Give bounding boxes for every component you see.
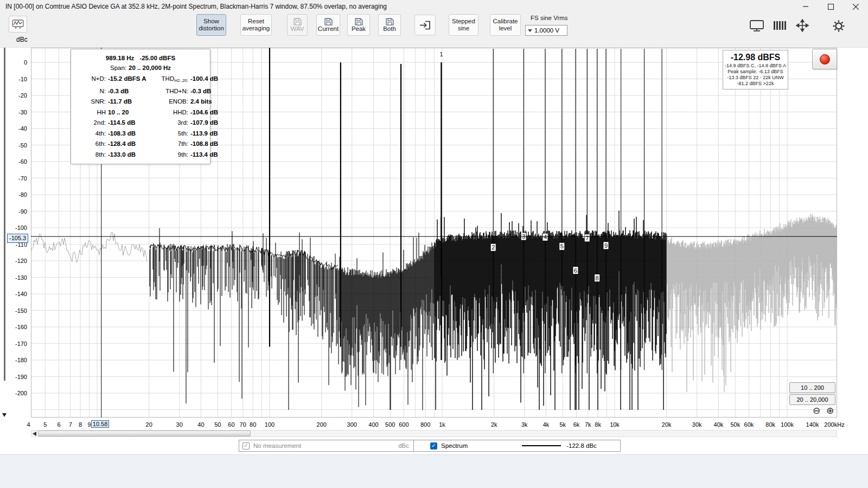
range-10-200-button[interactable]: 10 .. 200 [789, 382, 835, 393]
x-axis-tick-label: 8k [576, 421, 620, 428]
distortion-metric-label: 9th: [149, 150, 190, 160]
distortion-metric-label: ENOB: [149, 97, 190, 107]
monitor-view-button[interactable] [749, 18, 765, 33]
fs-sine-vrms-input[interactable]: 1.0000 V [525, 25, 567, 36]
y-axis-tick-label: -160 [8, 323, 27, 331]
y-axis-tick-label: -80 [8, 190, 27, 199]
show-distortion-button[interactable]: Show distortion [196, 14, 226, 36]
x-axis-tick-label: 80k [749, 421, 792, 428]
scroll-down-icon[interactable] [2, 413, 7, 417]
distortion-metric-label: 2nd: [75, 118, 108, 129]
close-icon [853, 4, 859, 10]
close-button[interactable] [843, 0, 868, 13]
x-axis-tick-label: 8 [59, 421, 102, 428]
settings-button[interactable] [831, 19, 846, 33]
fundamental-level: -25.00 dBFS [139, 55, 175, 61]
save-current-button[interactable]: Current [316, 14, 340, 36]
x-axis-tick-label: 140k [790, 421, 834, 428]
distortion-fundamental-row: 989.18 Hz-25.00 dBFS [71, 49, 210, 63]
maximize-button[interactable] [818, 0, 843, 13]
distortion-metric-value: -100.4 dB [190, 74, 218, 86]
scroll-left-icon[interactable] [33, 432, 36, 436]
x-axis-tick-label: 60 [209, 421, 253, 428]
distortion-metric-value: 2.4 bits [190, 97, 218, 107]
x-zoom-out-button[interactable]: ⊖ [813, 406, 820, 415]
save-peak-button[interactable]: Peak [347, 14, 370, 36]
record-button[interactable] [812, 49, 837, 69]
vertical-scrollbar[interactable] [4, 48, 5, 381]
distortion-metric-value: -108.8 dB [190, 139, 218, 150]
dropdown-arrow-icon [528, 29, 532, 32]
svg-text:6: 6 [574, 267, 577, 274]
distortion-metric-label: HHD: [149, 107, 190, 118]
level-detail-line: -13.3 dBFS 22 - 22k UNW [724, 75, 787, 81]
distortion-metric-label: N: [75, 86, 108, 97]
horizontal-scrollbar-thumb[interactable] [38, 431, 251, 436]
cursor-level-label: -105.3 [7, 234, 28, 243]
save-both-label: Both [383, 25, 396, 33]
save-wav-button[interactable]: WAV [287, 14, 308, 36]
legend-spectrum: ✓ Spectrum -122.8 dBc [414, 440, 620, 451]
y-axis-tick-label: -90 [8, 207, 27, 216]
legend-no-measurement: ✓ No measurement dBc [239, 440, 414, 451]
y-axis-tick-label: -170 [8, 339, 27, 348]
distortion-metric-label: 5th: [149, 129, 190, 139]
x-axis-tick-label: 1k [420, 421, 464, 428]
distortion-metric-label: 4th: [75, 129, 108, 139]
distortion-metric-value: -0.3 dB [108, 86, 149, 97]
columns-icon [773, 20, 787, 31]
distortion-metrics-grid: N+D:-15.2 dBFS ATHDH2..20:-100.4 dBN:-0.… [71, 73, 210, 164]
fs-sine-vrms-value: 1.0000 V [534, 27, 559, 34]
save-wav-label: WAV [291, 25, 304, 33]
audio-device-button[interactable] [9, 16, 27, 33]
svg-text:5: 5 [560, 243, 564, 249]
bands-view-button[interactable] [772, 20, 787, 31]
x-axis-tick-label: 400 [352, 421, 395, 428]
level-detail-line: Peak sample: -6.13 dBFS [724, 69, 787, 75]
save-peak-label: Peak [352, 25, 366, 33]
y-axis-tick-label: -70 [8, 174, 27, 183]
x-zoom-in-button[interactable]: ⊕ [826, 406, 834, 415]
save-both-button[interactable]: Both [378, 14, 401, 36]
calibrate-level-button[interactable]: Calibrate level [490, 14, 521, 36]
x-axis-tick-label: 600 [382, 421, 425, 428]
distortion-metric-value: 10 .. 20 [108, 107, 149, 118]
distortion-metric-value: -114.5 dB [108, 118, 149, 129]
level-meter-panel: -12.98 dBFS -14.9 dBFS C, -14.8 dBFS APe… [723, 50, 788, 89]
no-measurement-checkbox[interactable]: ✓ [242, 442, 250, 450]
x-axis-tick-label: 80 [231, 421, 275, 428]
x-axis-tick-label: 60k [727, 421, 770, 428]
pan-zoom-button[interactable] [794, 18, 810, 33]
distortion-metric-label: 8th: [75, 150, 108, 160]
distortion-metric-value: -128.4 dB [108, 139, 149, 150]
distortion-metric-label: THD+N: [149, 86, 190, 97]
svg-text:4: 4 [544, 234, 547, 240]
horizontal-scrollbar[interactable] [31, 430, 837, 437]
spectrum-checkbox[interactable]: ✓ [430, 442, 437, 450]
x-axis-tick-label: 6k [554, 421, 598, 428]
y-axis-tick-label: -30 [8, 108, 27, 117]
distortion-span-row: Span:20 .. 20,000 Hz [71, 63, 210, 73]
y-axis-tick-label: -10 [8, 75, 27, 84]
distortion-metric-value: -133.0 dB [108, 150, 149, 160]
x-axis-tick-label: 4 [7, 421, 50, 428]
x-axis-cursor-label: 10.58 [91, 420, 110, 428]
title-bar: IN [00-00] on Comtrue ASIO Device GA at … [0, 0, 868, 13]
svg-text:7: 7 [585, 235, 589, 241]
x-axis-tick-label: 30k [675, 421, 719, 428]
fs-sine-vrms-label: FS sine Vrms [531, 15, 568, 21]
export-button[interactable] [414, 15, 436, 35]
distortion-metric-value: -104.6 dB [190, 107, 218, 118]
range-20-20000-button[interactable]: 20 .. 20,000 [789, 394, 835, 405]
stepped-sine-button[interactable]: Stepped sine [449, 14, 478, 36]
x-axis-tick-label: 40k [697, 421, 740, 428]
floppy-disk-icon [355, 18, 363, 25]
y-axis-tick-label: -190 [8, 373, 27, 381]
y-axis-tick-label: 0 [8, 58, 27, 67]
distortion-metric-value: -113.9 dB [190, 129, 218, 139]
minimize-button[interactable] [793, 0, 818, 13]
reset-averaging-button[interactable]: Reset averaging [240, 14, 272, 36]
level-detail-line: -14.9 dBFS C, -14.8 dBFS A [724, 63, 787, 69]
distortion-metric-value: -11.7 dB [108, 97, 149, 107]
toolbar: Show distortion Reset averaging WAV Curr… [0, 13, 868, 48]
